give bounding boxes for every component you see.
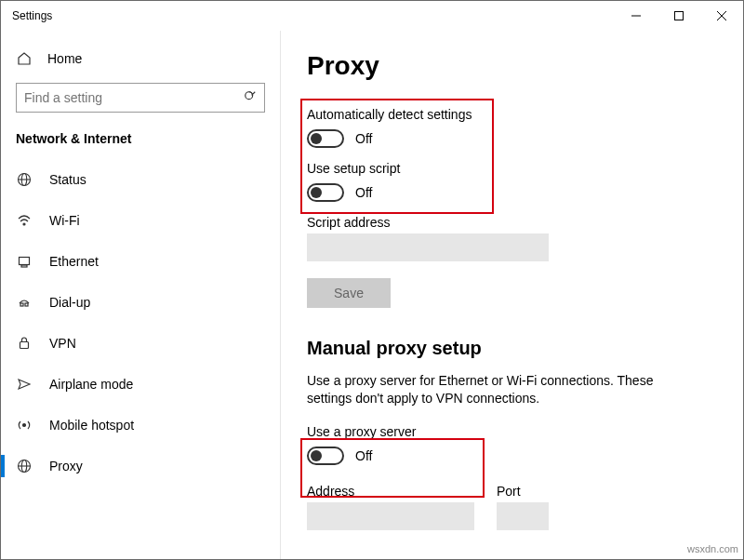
nav-label: Proxy: [49, 459, 83, 473]
use-proxy-label: Use a proxy server: [307, 424, 715, 439]
svg-rect-11: [21, 265, 27, 267]
nav-status[interactable]: Status: [1, 159, 280, 200]
nav-hotspot[interactable]: Mobile hotspot: [1, 405, 280, 446]
setup-script-label: Use setup script: [307, 161, 715, 176]
port-input[interactable]: [497, 502, 549, 530]
nav-label: VPN: [49, 336, 76, 351]
manual-heading: Manual proxy setup: [307, 338, 715, 359]
svg-point-15: [23, 424, 26, 427]
address-input[interactable]: [307, 502, 474, 530]
nav-label: Wi-Fi: [49, 213, 80, 228]
setup-script-row: Off: [307, 183, 715, 202]
port-label: Port: [497, 484, 549, 499]
nav-label: Dial-up: [49, 295, 90, 310]
window-controls: [615, 1, 743, 31]
svg-rect-10: [20, 258, 30, 265]
script-address-label: Script address: [307, 215, 715, 230]
airplane-icon: [16, 377, 33, 392]
address-label: Address: [307, 484, 474, 499]
use-proxy-state: Off: [355, 448, 372, 463]
wifi-icon: [16, 213, 33, 228]
hotspot-icon: [16, 418, 33, 433]
svg-point-9: [23, 223, 25, 225]
auto-detect-state: Off: [355, 131, 372, 146]
use-proxy-toggle[interactable]: [307, 447, 344, 465]
svg-rect-13: [25, 303, 28, 306]
nav-list: Status Wi-Fi Ethernet: [1, 159, 280, 487]
settings-window: Settings Home: [0, 0, 744, 560]
titlebar: Settings: [1, 1, 743, 31]
content-pane: Proxy Automatically detect settings Off …: [280, 31, 743, 559]
dialup-icon: [16, 295, 33, 310]
section-label: Network & Internet: [1, 126, 280, 159]
proxy-icon: [16, 459, 33, 473]
script-address-input[interactable]: [307, 233, 549, 261]
auto-detect-toggle[interactable]: [307, 129, 344, 148]
address-port-row: Address Port: [307, 478, 715, 530]
nav-dialup[interactable]: Dial-up: [1, 282, 280, 323]
svg-rect-14: [20, 342, 29, 349]
search-wrap: [1, 75, 280, 126]
nav-airplane[interactable]: Airplane mode: [1, 364, 280, 405]
search-input[interactable]: [24, 90, 244, 105]
sidebar: Home Network & Internet Status: [1, 31, 280, 559]
nav-ethernet[interactable]: Ethernet: [1, 241, 280, 282]
minimize-button[interactable]: [615, 1, 658, 31]
window-body: Home Network & Internet Status: [1, 31, 743, 559]
close-button[interactable]: [700, 1, 743, 31]
home-button[interactable]: Home: [1, 42, 280, 75]
svg-rect-1: [675, 12, 684, 20]
manual-description: Use a proxy server for Ethernet or Wi-Fi…: [307, 372, 698, 407]
setup-script-toggle[interactable]: [307, 183, 344, 202]
nav-label: Status: [49, 172, 86, 187]
auto-detect-label: Automatically detect settings: [307, 107, 715, 122]
nav-vpn[interactable]: VPN: [1, 323, 280, 364]
home-label: Home: [47, 51, 82, 66]
save-button[interactable]: Save: [307, 278, 391, 308]
search-icon: [244, 90, 257, 106]
vpn-icon: [16, 336, 33, 351]
setup-script-state: Off: [355, 185, 372, 200]
watermark: wsxdn.com: [687, 543, 738, 554]
window-title: Settings: [12, 9, 52, 22]
page-title: Proxy: [307, 51, 715, 81]
search-box[interactable]: [16, 83, 265, 113]
nav-label: Mobile hotspot: [49, 418, 134, 433]
maximize-button[interactable]: [658, 1, 700, 31]
ethernet-icon: [16, 254, 33, 269]
nav-proxy[interactable]: Proxy: [1, 446, 280, 487]
home-icon: [16, 51, 33, 66]
nav-label: Airplane mode: [49, 377, 133, 392]
globe-icon: [16, 172, 33, 187]
nav-label: Ethernet: [49, 254, 99, 269]
nav-wifi[interactable]: Wi-Fi: [1, 200, 280, 241]
auto-detect-row: Off: [307, 129, 715, 148]
svg-rect-12: [20, 303, 23, 306]
use-proxy-row: Off: [307, 447, 715, 465]
